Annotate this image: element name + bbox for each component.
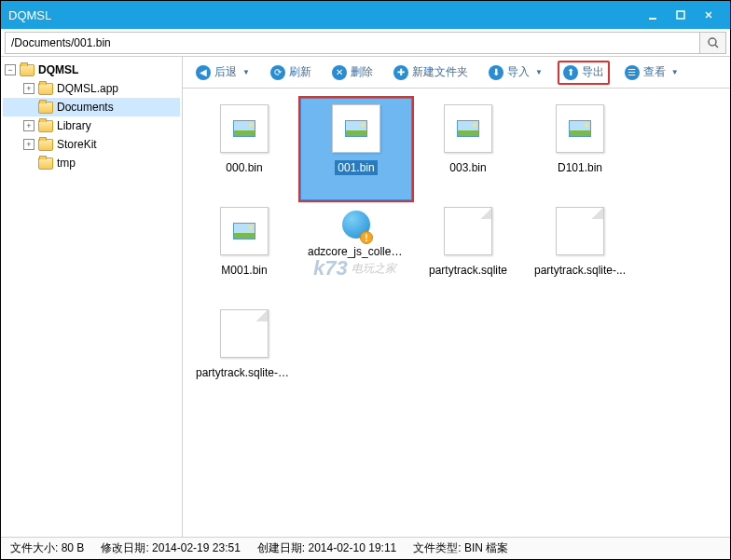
file-item[interactable]: M001.bin <box>188 200 300 303</box>
image-icon <box>457 120 479 137</box>
file-item[interactable]: D101.bin <box>524 98 636 200</box>
sidebar-tree: −DQMSL+DQMSL.appDocuments+Library+StoreK… <box>1 57 183 537</box>
tree-item-dqmsl-app[interactable]: +DQMSL.app <box>3 79 180 98</box>
newfolder-icon: ✚ <box>393 65 408 80</box>
folder-icon <box>38 157 53 170</box>
content-area: ◀ 后退 ▼ ⟳ 刷新 ✕ 删除 ✚ 新建文件夹 ⬇ 导入 ▼ ⬆ <box>183 57 730 537</box>
file-thumbnail <box>556 104 604 153</box>
delete-button[interactable]: ✕ 删除 <box>326 61 379 85</box>
export-label: 导出 <box>582 64 604 80</box>
newfolder-label: 新建文件夹 <box>412 64 468 80</box>
file-name: D101.bin <box>555 160 605 175</box>
file-grid[interactable]: k73 电玩之家 000.bin001.bin003.binD101.binM0… <box>183 89 730 537</box>
collapse-icon[interactable]: − <box>5 64 16 75</box>
file-thumbnail <box>220 207 269 255</box>
refresh-label: 刷新 <box>289 64 311 80</box>
refresh-button[interactable]: ⟳ 刷新 <box>265 61 317 85</box>
file-thumbnail <box>444 104 492 153</box>
tree-spacer <box>23 102 34 113</box>
tree-root-item[interactable]: −DQMSL <box>3 61 180 79</box>
status-bar: 文件大小: 80 B 修改日期: 2014-02-19 23:51 创建日期: … <box>1 537 730 559</box>
chevron-down-icon: ▼ <box>671 68 679 76</box>
tree-label: tmp <box>57 157 76 170</box>
view-icon: ☰ <box>625 65 640 80</box>
expand-icon[interactable]: + <box>23 83 34 94</box>
file-thumbnail <box>444 207 492 255</box>
export-button[interactable]: ⬆ 导出 <box>558 61 610 85</box>
file-name: partytrack.sqlite-... <box>531 263 628 278</box>
status-modified: 修改日期: 2014-02-19 23:51 <box>101 540 240 556</box>
expand-icon[interactable]: + <box>23 120 34 131</box>
path-input[interactable] <box>5 32 700 54</box>
file-item[interactable]: partytrack.sqlite <box>412 200 524 303</box>
file-name: partytrack.sqlite-wal <box>193 365 296 380</box>
folder-icon <box>38 102 53 114</box>
chevron-down-icon: ▼ <box>535 68 543 76</box>
tree-label: StoreKit <box>57 138 97 151</box>
main-area: −DQMSL+DQMSL.appDocuments+Library+StoreK… <box>1 57 730 537</box>
search-icon <box>707 36 720 49</box>
import-icon: ⬇ <box>489 65 503 80</box>
delete-label: 删除 <box>351 64 373 80</box>
delete-icon: ✕ <box>332 65 347 80</box>
tree-label: DQMSL <box>38 63 78 76</box>
path-bar <box>1 29 730 57</box>
maximize-button[interactable] <box>667 5 695 25</box>
file-item[interactable]: partytrack.sqlite-... <box>524 200 636 303</box>
file-name: adzcore_js_collector <box>305 244 407 259</box>
toolbar: ◀ 后退 ▼ ⟳ 刷新 ✕ 删除 ✚ 新建文件夹 ⬇ 导入 ▼ ⬆ <box>183 57 730 89</box>
file-thumbnail <box>332 104 380 153</box>
file-thumbnail <box>220 309 269 358</box>
file-name: M001.bin <box>218 263 269 278</box>
image-icon <box>233 120 255 137</box>
tree-label: DQMSL.app <box>57 82 118 95</box>
tree-item-storekit[interactable]: +StoreKit <box>3 135 180 154</box>
import-button[interactable]: ⬇ 导入 ▼ <box>483 61 548 85</box>
tree-item-library[interactable]: +Library <box>3 116 180 135</box>
window-controls <box>639 5 723 25</box>
search-button[interactable] <box>700 32 726 54</box>
tree-item-documents[interactable]: Documents <box>3 98 180 116</box>
tree-spacer <box>23 157 34 169</box>
status-type: 文件类型: BIN 檔案 <box>413 540 508 556</box>
import-label: 导入 <box>507 64 530 80</box>
expand-icon[interactable]: + <box>23 139 34 150</box>
file-item[interactable]: !adzcore_js_collector <box>300 200 412 303</box>
file-item[interactable]: 000.bin <box>188 98 300 200</box>
export-icon: ⬆ <box>563 65 578 80</box>
folder-icon <box>38 83 53 95</box>
svg-rect-1 <box>677 11 684 19</box>
folder-icon <box>20 64 34 76</box>
tree-label: Documents <box>57 101 114 114</box>
close-button[interactable] <box>695 5 723 25</box>
back-icon: ◀ <box>196 65 211 80</box>
titlebar: DQMSL <box>1 1 730 29</box>
file-item[interactable]: 001.bin <box>300 98 412 200</box>
refresh-icon: ⟳ <box>270 65 285 80</box>
svg-rect-0 <box>649 18 656 20</box>
view-button[interactable]: ☰ 查看 ▼ <box>619 61 684 85</box>
file-name: 000.bin <box>223 160 265 175</box>
back-label: 后退 <box>214 64 237 80</box>
window-title: DQMSL <box>8 8 639 22</box>
file-item[interactable]: partytrack.sqlite-wal <box>188 303 300 405</box>
file-name: partytrack.sqlite <box>426 263 510 278</box>
view-label: 查看 <box>643 64 666 80</box>
file-thumbnail <box>556 207 604 255</box>
image-icon <box>569 120 591 137</box>
chevron-down-icon: ▼ <box>242 68 250 76</box>
file-item[interactable]: 003.bin <box>412 98 524 200</box>
tree-label: Library <box>57 119 91 132</box>
status-created: 创建日期: 2014-02-10 19:11 <box>257 540 396 556</box>
back-button[interactable]: ◀ 后退 ▼ <box>190 61 255 85</box>
file-name: 001.bin <box>335 160 377 175</box>
minimize-button[interactable] <box>639 5 667 25</box>
file-thumbnail <box>220 104 269 153</box>
folder-icon <box>38 139 53 151</box>
image-icon <box>233 223 255 239</box>
svg-point-2 <box>709 38 716 46</box>
tree-item-tmp[interactable]: tmp <box>3 154 180 172</box>
file-name: 003.bin <box>447 160 489 175</box>
newfolder-button[interactable]: ✚ 新建文件夹 <box>388 61 474 85</box>
folder-icon <box>38 120 53 132</box>
